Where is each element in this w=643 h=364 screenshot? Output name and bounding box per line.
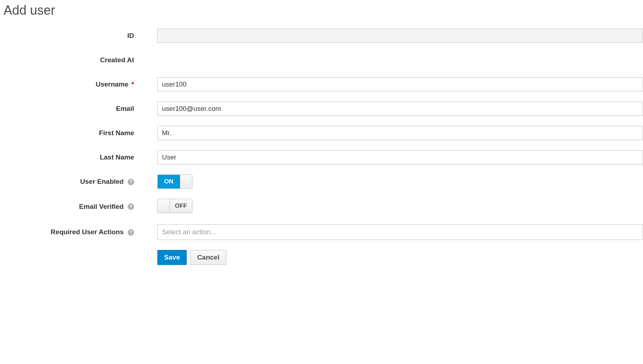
username-label: Username *: [0, 80, 134, 88]
add-user-form: ID Created At Username * Email First Nam…: [0, 29, 643, 265]
id-input: [157, 29, 643, 43]
first-name-label: First Name: [0, 129, 134, 137]
email-input[interactable]: [157, 102, 643, 116]
page-title: Add user: [4, 3, 643, 18]
required-user-actions-label: Required User Actions ?: [0, 228, 134, 236]
help-icon[interactable]: ?: [128, 203, 134, 210]
help-icon[interactable]: ?: [128, 229, 134, 236]
email-label: Email: [0, 105, 134, 113]
save-button[interactable]: Save: [157, 250, 187, 265]
cancel-button[interactable]: Cancel: [190, 250, 226, 265]
user-enabled-label: User Enabled ?: [0, 178, 134, 186]
created-at-label: Created At: [0, 56, 134, 64]
email-verified-label: Email Verified ?: [0, 203, 134, 211]
first-name-input[interactable]: [157, 126, 643, 140]
help-icon[interactable]: ?: [128, 179, 134, 185]
user-enabled-toggle[interactable]: ON: [157, 174, 192, 189]
required-marker: *: [132, 80, 134, 88]
toggle-off-label: OFF: [170, 199, 192, 213]
toggle-handle: [180, 175, 192, 188]
last-name-input[interactable]: [157, 150, 643, 164]
required-user-actions-label-text: Required User Actions: [51, 228, 124, 236]
toggle-handle: [158, 199, 170, 213]
last-name-label: Last Name: [0, 153, 134, 161]
user-enabled-label-text: User Enabled: [80, 178, 123, 185]
created-at-value: [157, 53, 643, 67]
email-verified-toggle[interactable]: OFF: [157, 199, 192, 213]
required-user-actions-select[interactable]: Select an action...: [157, 224, 643, 240]
email-verified-label-text: Email Verified: [79, 203, 124, 210]
id-label: ID: [0, 32, 134, 40]
toggle-on-label: ON: [158, 175, 180, 188]
username-input[interactable]: [157, 77, 643, 92]
username-label-text: Username: [95, 80, 128, 88]
